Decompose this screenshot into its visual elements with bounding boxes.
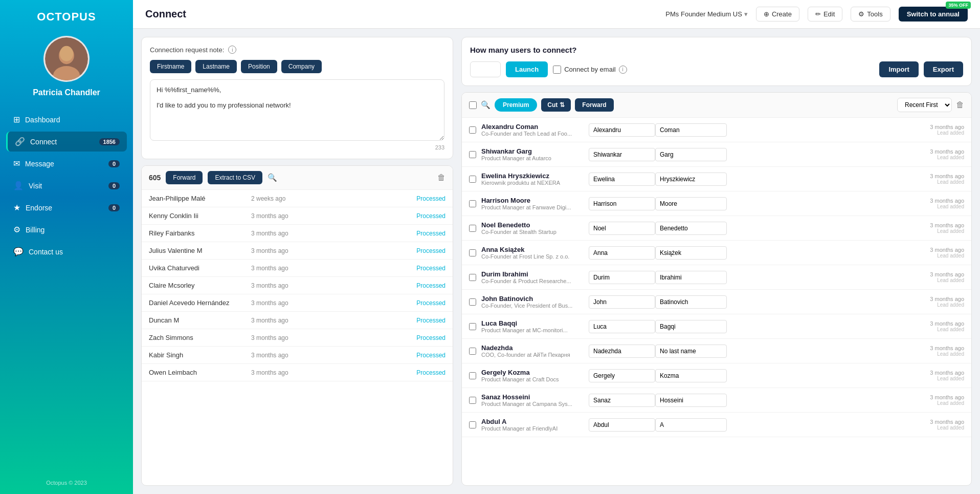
list-item[interactable]: Claire Mcsorley 3 months ago Processed: [142, 277, 453, 294]
lead-lastname-field[interactable]: [655, 394, 727, 407]
sidebar-item-message[interactable]: ✉ Message 0: [6, 154, 127, 174]
firstname-input[interactable]: [589, 271, 655, 284]
lead-firstname-field[interactable]: [589, 369, 655, 382]
lead-checkbox[interactable]: [469, 200, 476, 207]
note-textarea[interactable]: Hi %%first_name%%, I'd like to add you t…: [150, 79, 444, 141]
search-icon[interactable]: 🔍: [268, 173, 277, 182]
lead-firstname-field[interactable]: [589, 173, 655, 186]
list-item[interactable]: Kabir Singh 3 months ago Processed: [142, 347, 453, 364]
launch-button[interactable]: Launch: [506, 61, 548, 77]
lead-lastname-field[interactable]: [655, 197, 727, 210]
lead-lastname-field[interactable]: [655, 123, 727, 137]
create-button[interactable]: ⊕ Create: [756, 7, 799, 22]
lastname-input[interactable]: [655, 320, 727, 333]
lastname-tag-button[interactable]: Lastname: [195, 60, 237, 73]
lastname-input[interactable]: [655, 123, 727, 137]
lead-checkbox[interactable]: [469, 126, 476, 134]
lead-checkbox[interactable]: [469, 274, 476, 281]
list-delete-icon[interactable]: 🗑: [437, 173, 446, 182]
lead-checkbox[interactable]: [469, 176, 476, 183]
connect-email-checkbox[interactable]: [553, 66, 561, 74]
lead-lastname-field[interactable]: [655, 345, 727, 358]
premium-filter-button[interactable]: Premium: [495, 98, 537, 112]
firstname-input[interactable]: [589, 394, 655, 407]
sidebar-item-endorse[interactable]: ★ Endorse 0: [6, 198, 127, 218]
info-icon[interactable]: i: [228, 46, 236, 54]
lead-firstname-field[interactable]: [589, 394, 655, 407]
lead-firstname-field[interactable]: [589, 345, 655, 358]
lead-checkbox[interactable]: [469, 323, 476, 330]
lead-checkbox[interactable]: [469, 249, 476, 256]
firstname-input[interactable]: [589, 197, 655, 210]
firstname-input[interactable]: [589, 320, 655, 333]
company-tag-button[interactable]: Company: [281, 60, 322, 73]
lead-checkbox[interactable]: [469, 421, 476, 428]
lead-firstname-field[interactable]: [589, 271, 655, 284]
lead-lastname-field[interactable]: [655, 173, 727, 186]
lastname-input[interactable]: [655, 418, 727, 432]
lead-lastname-field[interactable]: [655, 418, 727, 432]
lead-checkbox[interactable]: [469, 225, 476, 232]
select-all-checkbox[interactable]: [469, 101, 477, 109]
lead-checkbox[interactable]: [469, 348, 476, 355]
list-item[interactable]: Duncan M 3 months ago Processed: [142, 312, 453, 329]
lead-checkbox[interactable]: [469, 372, 476, 379]
lead-checkbox[interactable]: [469, 397, 476, 404]
firstname-input[interactable]: [589, 173, 655, 186]
import-button[interactable]: Import: [879, 61, 918, 77]
leads-forward-button[interactable]: Forward: [575, 98, 613, 112]
lastname-input[interactable]: [655, 173, 727, 186]
lead-checkbox[interactable]: [469, 298, 476, 306]
lead-firstname-field[interactable]: [589, 148, 655, 161]
leads-search-button[interactable]: 🔍: [481, 100, 491, 110]
edit-button[interactable]: ✏ Edit: [808, 7, 842, 22]
lastname-input[interactable]: [655, 197, 727, 210]
list-extract-button[interactable]: Extract to CSV: [208, 171, 262, 184]
list-forward-button[interactable]: Forward: [166, 171, 203, 184]
lead-firstname-field[interactable]: [589, 246, 655, 260]
list-item[interactable]: Daniel Acevedo Hernández 3 months ago Pr…: [142, 294, 453, 312]
lead-firstname-field[interactable]: [589, 320, 655, 333]
tools-button[interactable]: ⚙ Tools: [851, 7, 890, 22]
lead-lastname-field[interactable]: [655, 222, 727, 235]
firstname-input[interactable]: [589, 222, 655, 235]
lastname-input[interactable]: [655, 345, 727, 358]
firstname-input[interactable]: [589, 345, 655, 358]
lastname-input[interactable]: [655, 394, 727, 407]
sidebar-item-connect[interactable]: 🔗 Connect 1856: [6, 132, 127, 152]
list-item[interactable]: Uvika Chaturvedi 3 months ago Processed: [142, 260, 453, 277]
cut-button[interactable]: Cut ⇅: [541, 98, 571, 112]
list-item[interactable]: Owen Leimbach 3 months ago Processed: [142, 364, 453, 381]
lastname-input[interactable]: [655, 369, 727, 382]
firstname-input[interactable]: [589, 295, 655, 309]
lead-firstname-field[interactable]: [589, 123, 655, 137]
switch-annual-button[interactable]: 35% OFF Switch to annual: [899, 7, 968, 22]
lead-checkbox[interactable]: [469, 151, 476, 158]
sort-select[interactable]: Recent FirstOldest FirstName A-ZName Z-A: [897, 98, 952, 112]
lead-firstname-field[interactable]: [589, 418, 655, 432]
sidebar-item-contact[interactable]: 💬 Contact us: [6, 242, 127, 262]
list-item[interactable]: Julius Valentine M 3 months ago Processe…: [142, 242, 453, 260]
lead-lastname-field[interactable]: [655, 295, 727, 309]
lead-firstname-field[interactable]: [589, 197, 655, 210]
user-count-input[interactable]: [470, 61, 501, 77]
list-item[interactable]: Riley Fairbanks 3 months ago Processed: [142, 225, 453, 242]
lastname-input[interactable]: [655, 271, 727, 284]
lead-firstname-field[interactable]: [589, 295, 655, 309]
firstname-tag-button[interactable]: Firstname: [150, 60, 191, 73]
lead-firstname-field[interactable]: [589, 222, 655, 235]
lastname-input[interactable]: [655, 148, 727, 161]
lastname-input[interactable]: [655, 295, 727, 309]
position-tag-button[interactable]: Position: [241, 60, 277, 73]
lead-lastname-field[interactable]: [655, 246, 727, 260]
delete-leads-button[interactable]: 🗑: [956, 100, 964, 110]
lead-lastname-field[interactable]: [655, 271, 727, 284]
lead-lastname-field[interactable]: [655, 148, 727, 161]
firstname-input[interactable]: [589, 418, 655, 432]
lead-lastname-field[interactable]: [655, 369, 727, 382]
lead-lastname-field[interactable]: [655, 320, 727, 333]
lastname-input[interactable]: [655, 246, 727, 260]
firstname-input[interactable]: [589, 246, 655, 260]
export-button[interactable]: Export: [924, 61, 963, 77]
firstname-input[interactable]: [589, 123, 655, 137]
